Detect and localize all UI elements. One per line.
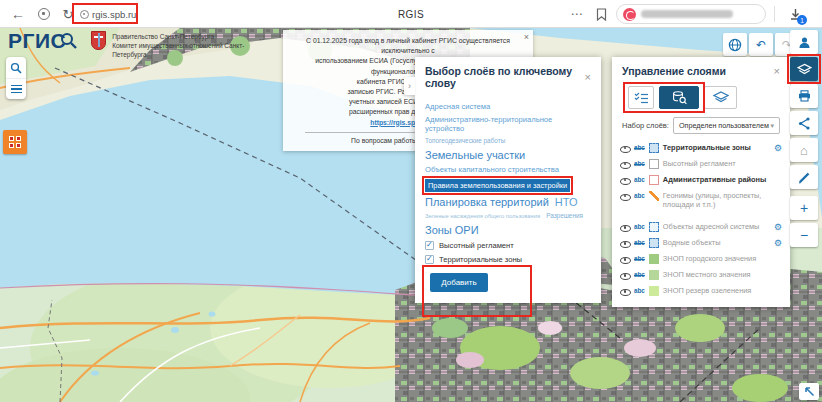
app-header: РГИС Правительство Санкт-Петербурга Коми… [8, 30, 262, 59]
visibility-eye-icon[interactable] [620, 271, 630, 281]
checkbox-checked[interactable]: ✓ [425, 255, 434, 264]
visibility-eye-icon[interactable] [620, 287, 630, 297]
keyword-dialog-close-icon[interactable]: × [585, 71, 591, 83]
layer-row[interactable]: abc Высотный регламент [620, 156, 782, 172]
add-button[interactable]: Добавить [430, 273, 488, 292]
visibility-eye-icon[interactable] [620, 223, 630, 233]
keyword-link[interactable]: Планировка территорий [425, 196, 549, 208]
layer-row[interactable]: abc Объекты адресной системы ⚙ [620, 219, 782, 235]
right-sidebar: ⌂ [790, 30, 818, 192]
layers-panel-close-icon[interactable]: × [774, 65, 780, 77]
layer-row[interactable]: abc Водные объекты ⚙ [620, 235, 782, 251]
visibility-eye-icon[interactable] [620, 239, 630, 249]
labels-abc-icon[interactable]: abc [634, 287, 645, 294]
visibility-eye-icon[interactable] [620, 192, 630, 202]
print-button[interactable] [790, 84, 818, 108]
more-menu-icon[interactable]: ⋯ [568, 0, 586, 28]
layer-swatch [649, 143, 659, 153]
labels-abc-icon[interactable]: abc [634, 255, 645, 262]
layers-panel-title: Управление слоями [622, 65, 726, 77]
layer-management-panel: Управление слоями × [612, 57, 790, 307]
undo-icon: ↶ [756, 38, 766, 52]
layer-swatch [649, 286, 659, 296]
layer-swatch [649, 175, 659, 185]
labels-abc-icon[interactable]: abc [634, 160, 645, 167]
notice-line: С 01.12.2025 года вход в личный кабинет … [293, 36, 523, 56]
layer-row[interactable]: abc ЗНОП местного значения [620, 267, 782, 283]
profile-name-blurred [641, 10, 733, 18]
keyword-link[interactable]: Зеленые насаждения общего пользования [425, 213, 540, 219]
layer-name: Геонимы (улицы, проспекты, площади и т.п… [663, 191, 782, 210]
checkbox-checked[interactable]: ✓ [425, 241, 434, 250]
visibility-eye-icon[interactable] [620, 176, 630, 186]
zoom-out-button[interactable]: − [790, 223, 818, 247]
labels-abc-icon[interactable]: abc [634, 192, 645, 199]
layer-row[interactable]: abc ЗНОП резерв озеленения [620, 283, 782, 299]
keyword-link[interactable]: Административно-территориальное устройст… [425, 115, 565, 134]
layer-settings-gear-icon[interactable]: ⚙ [774, 143, 782, 153]
panel-toggle-button[interactable] [3, 130, 27, 154]
government-caption: Правительство Санкт-Петербурга Комитет и… [112, 32, 262, 59]
layer-list: abc Территориальные зоны ⚙ abc Высотный … [612, 140, 790, 307]
keyword-link[interactable]: НТО [555, 196, 578, 208]
collapse-chevron-icon[interactable]: › [404, 77, 415, 95]
browser-profile-pill[interactable] [616, 4, 766, 24]
share-button[interactable] [790, 111, 818, 135]
search-button[interactable] [6, 57, 26, 78]
layer-name: ЗНОП городского значения [663, 254, 782, 264]
layer-swatch [649, 159, 659, 169]
undo-button[interactable]: ↶ [749, 33, 773, 56]
layer-db-search-button-active[interactable] [659, 86, 699, 109]
layers-icon [797, 63, 812, 76]
layer-stack-view-button[interactable] [704, 86, 737, 109]
keyword-link-highlighted[interactable]: Правила землепользования и застройки [425, 179, 570, 192]
diagonal-arrow-icon [804, 386, 815, 397]
notice-close-icon[interactable]: × [524, 31, 529, 45]
download-icon[interactable]: 1 [782, 0, 808, 28]
measure-button[interactable] [790, 165, 818, 189]
layer-list-view-button[interactable] [628, 86, 654, 109]
layer-set-label: Набор слоёв: [622, 121, 669, 130]
layer-set-select[interactable]: Определен пользователем ▾ [673, 117, 780, 134]
check-icon: ✓ [426, 240, 433, 249]
gov-line1: Правительство Санкт-Петербурга [112, 33, 214, 40]
keyword-link[interactable]: Разрешения [546, 212, 583, 219]
layer-row[interactable]: abc ЗНОП городского значения [620, 251, 782, 267]
checkbox-row: ✓ Высотный регламент [425, 241, 591, 250]
zoom-in-button[interactable]: + [790, 196, 818, 220]
keyword-link[interactable]: Адресная система [425, 102, 591, 111]
zoom-controls: + − [790, 196, 818, 250]
visibility-eye-icon[interactable] [620, 144, 630, 154]
hamburger-icon [11, 85, 22, 94]
home-button[interactable]: ⌂ [790, 138, 818, 162]
layer-row[interactable]: abc Геонимы (улицы, проспекты, площади и… [620, 188, 782, 212]
bookmark-icon[interactable] [592, 0, 610, 28]
extent-arrow-button[interactable] [799, 383, 819, 400]
download-badge: 1 [797, 15, 807, 25]
toolbar-divider [774, 6, 775, 22]
labels-abc-icon[interactable]: abc [634, 223, 645, 230]
layers-panel-button-active[interactable] [790, 57, 818, 81]
keyword-link[interactable]: Объекты капитального строительства [425, 165, 591, 174]
visibility-eye-icon[interactable] [620, 255, 630, 265]
layer-row[interactable]: abc Административные районы [620, 172, 782, 188]
user-account-button[interactable] [790, 30, 818, 54]
checklist-icon [634, 92, 649, 104]
keyword-link[interactable]: Зоны ОРИ [425, 224, 591, 236]
globe-button[interactable] [723, 33, 747, 56]
labels-abc-icon[interactable]: abc [634, 239, 645, 246]
layer-row[interactable]: abc Территориальные зоны ⚙ [620, 140, 782, 156]
layer-settings-gear-icon[interactable]: ⚙ [774, 222, 782, 232]
globe-icon [728, 38, 742, 52]
keyword-link[interactable]: Земельные участки [425, 149, 591, 161]
labels-abc-icon[interactable]: abc [634, 176, 645, 183]
labels-abc-icon[interactable]: abc [634, 144, 645, 151]
ruler-pencil-icon [798, 171, 811, 184]
chevron-down-icon: ▾ [770, 122, 774, 130]
layer-settings-gear-icon[interactable]: ⚙ [774, 238, 782, 248]
menu-button[interactable] [6, 78, 26, 99]
visibility-eye-icon[interactable] [620, 160, 630, 170]
labels-abc-icon[interactable]: abc [634, 271, 645, 278]
rgis-logo[interactable]: РГИС [8, 30, 66, 52]
keyword-link[interactable]: Топогеодезические работы [425, 137, 591, 144]
